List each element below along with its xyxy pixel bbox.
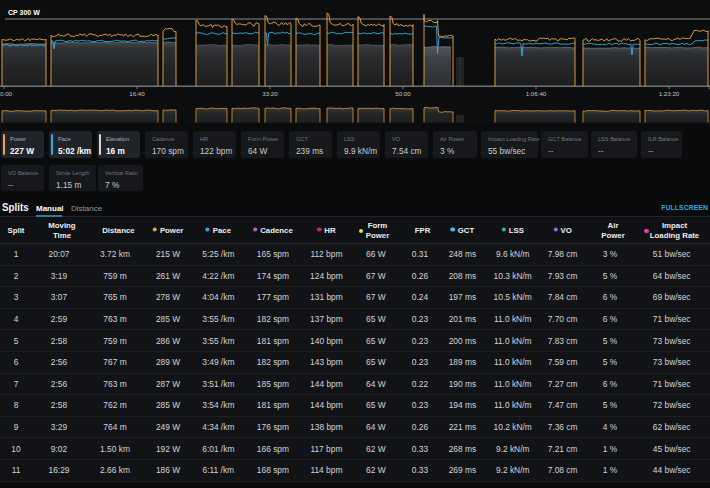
svg-text:1:06:40: 1:06:40 <box>526 90 547 97</box>
svg-text:CP 300 W: CP 300 W <box>8 9 40 16</box>
svg-text:50:00: 50:00 <box>395 90 411 97</box>
svg-text:1:23:20: 1:23:20 <box>659 90 680 97</box>
svg-text:33:20: 33:20 <box>262 90 278 97</box>
svg-text:16:40: 16:40 <box>129 90 145 97</box>
svg-text:0:00: 0:00 <box>0 90 13 97</box>
